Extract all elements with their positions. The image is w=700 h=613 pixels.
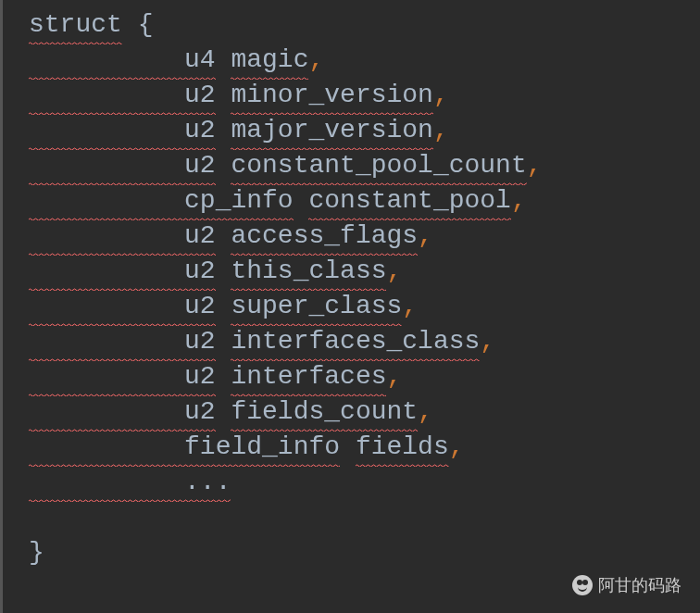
close-brace: } xyxy=(29,538,44,567)
code-line-ellipsis: ... xyxy=(29,465,700,500)
code-line-field: u2 major_version, xyxy=(29,113,700,148)
watermark: 阿甘的码路 xyxy=(572,574,681,596)
code-line-field: field_info fields, xyxy=(29,430,700,465)
field-name: this_class xyxy=(231,254,386,289)
comma: , xyxy=(511,186,527,215)
keyword-struct: struct xyxy=(29,7,122,43)
field-name: minor_version xyxy=(231,78,432,113)
field-type: u2 xyxy=(184,324,216,359)
field-type: u2 xyxy=(184,254,216,289)
comma: , xyxy=(480,327,495,356)
comma: , xyxy=(433,116,449,144)
code-line-field: u2 this_class, xyxy=(29,254,700,289)
code-line-field: u2 interfaces_class, xyxy=(29,324,700,359)
comma: , xyxy=(433,81,449,109)
open-brace: { xyxy=(122,10,154,39)
code-line-field: u2 minor_version, xyxy=(29,78,700,113)
code-line-field: u2 interfaces, xyxy=(29,359,700,394)
code-line-field: u2 super_class, xyxy=(29,289,700,324)
field-type: u2 xyxy=(184,219,216,254)
field-name: access_flags xyxy=(231,219,418,254)
field-name: interfaces xyxy=(231,359,386,394)
field-type: u2 xyxy=(184,148,216,183)
comma: , xyxy=(449,432,465,461)
field-name: magic xyxy=(231,43,308,78)
code-line-field: u2 fields_count, xyxy=(29,394,700,430)
ellipsis: ... xyxy=(184,465,231,500)
field-name: major_version xyxy=(231,113,432,148)
comma: , xyxy=(386,256,402,285)
code-line-close: } xyxy=(29,535,700,570)
comma: , xyxy=(308,45,324,74)
field-name: constant_pool_count xyxy=(231,148,526,183)
field-type: u2 xyxy=(184,113,216,148)
field-name: super_class xyxy=(231,289,402,324)
code-line-field: cp_info constant_pool, xyxy=(29,183,700,219)
watermark-text: 阿甘的码路 xyxy=(598,574,681,596)
field-type: u2 xyxy=(184,359,216,394)
field-name: fields xyxy=(356,430,449,465)
field-type: u2 xyxy=(184,289,216,324)
field-type: u2 xyxy=(184,78,216,113)
field-name: fields_count xyxy=(231,394,418,430)
code-line-field: u4 magic, xyxy=(29,43,700,78)
field-type: cp_info xyxy=(184,183,294,219)
field-type: u4 xyxy=(184,43,216,78)
code-line-field: u2 access_flags, xyxy=(29,219,700,254)
comma: , xyxy=(418,221,433,250)
comma: , xyxy=(527,151,543,180)
code-line-struct: struct { xyxy=(29,7,700,43)
field-type: u2 xyxy=(184,394,216,430)
code-line-field: u2 constant_pool_count, xyxy=(29,148,700,183)
field-name: interfaces_class xyxy=(231,324,480,359)
comma: , xyxy=(402,292,418,320)
comma: , xyxy=(418,397,433,426)
comma: , xyxy=(386,362,402,391)
wechat-icon xyxy=(572,575,593,595)
code-editor[interactable]: struct { u4 magic, u2 minor_version, u2 … xyxy=(0,0,700,613)
field-type: field_info xyxy=(184,430,340,465)
field-name: constant_pool xyxy=(308,183,510,219)
code-line-empty xyxy=(29,500,700,535)
